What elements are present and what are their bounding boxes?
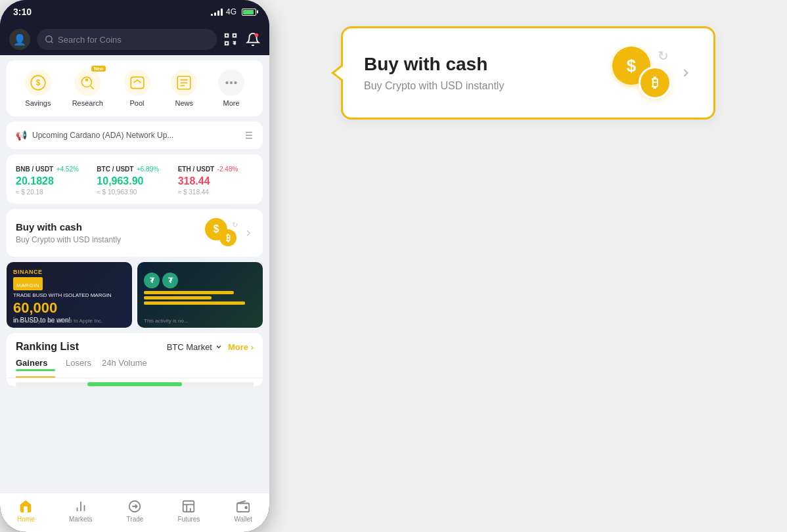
- top-bar: 👤 Search for Coins: [0, 24, 269, 55]
- nav-trade[interactable]: Trade: [127, 499, 144, 523]
- eth-value: 318.44: [178, 175, 254, 187]
- enlarged-chevron-icon: [679, 66, 692, 79]
- announcement-card[interactable]: 📢 Upcoming Cardano (ADA) Network Up...: [7, 122, 263, 149]
- tab-losers[interactable]: Losers: [66, 358, 91, 378]
- ranking-title: Ranking List: [16, 341, 79, 353]
- search-placeholder: Search for Coins: [58, 35, 122, 45]
- home-icon: [18, 499, 33, 514]
- banner-2[interactable]: ₮ ₮ This activity is no...: [137, 262, 263, 328]
- buy-cash-card[interactable]: Buy with cash Buy Crypto with USD instan…: [7, 209, 263, 257]
- tab-volume[interactable]: 24h Volume: [102, 358, 147, 378]
- research-icon: [79, 74, 96, 91]
- battery-icon: [240, 9, 256, 16]
- tether-coin: ₮: [144, 273, 160, 288]
- large-rotate-icon: ↻: [658, 48, 669, 64]
- announcement-content: 📢 Upcoming Cardano (ADA) Network Up...: [16, 130, 242, 141]
- ranking-tabs: Gainers Losers 24h Volume: [7, 358, 263, 378]
- enlarged-icons: $ ↻ ₿: [612, 47, 692, 99]
- buy-cash-info: Buy with cash Buy Crypto with USD instan…: [16, 221, 205, 244]
- price-item-btc[interactable]: BTC / USDT +6.89% 10,963.90 ≈ $ 10,963.9…: [97, 162, 172, 196]
- price-item-eth[interactable]: ETH / USDT -2.48% 318.44 ≈ $ 318.44: [178, 162, 254, 196]
- svg-line-1: [51, 41, 53, 43]
- bnb-value: 20.1828: [16, 175, 91, 187]
- bell-icon[interactable]: [246, 32, 260, 47]
- banner-disclaimer-2: This activity is no...: [144, 318, 256, 324]
- announcement-text: Upcoming Cardano (ADA) Network Up...: [32, 131, 173, 140]
- savings-icon: $: [30, 74, 47, 91]
- nav-trade-label: Trade: [127, 516, 144, 523]
- ranking-card: Ranking List BTC Market More › Gainers: [7, 333, 263, 386]
- nav-home[interactable]: Home: [17, 499, 35, 523]
- svg-text:$: $: [36, 78, 41, 87]
- svg-point-19: [225, 81, 228, 84]
- svg-rect-4: [225, 42, 229, 45]
- nav-markets[interactable]: Markets: [69, 499, 93, 523]
- nav-markets-label: Markets: [69, 516, 93, 523]
- price-item-bnb[interactable]: BNB / USDT +4.52% 20.1828 ≈ $ 20.18: [16, 162, 91, 196]
- svg-rect-3: [233, 34, 236, 37]
- margin-label: MARGIN: [16, 282, 39, 288]
- enlarged-subtitle: Buy Crypto with USD instantly: [364, 80, 612, 92]
- tab-gainers[interactable]: Gainers: [16, 358, 55, 378]
- eth-usd: ≈ $ 318.44: [178, 188, 254, 196]
- quick-menu-card: $ Savings: [7, 60, 263, 116]
- sidebar-item-more[interactable]: More: [218, 70, 244, 107]
- right-panel: Buy with cash Buy Crypto with USD instan…: [269, 0, 787, 146]
- svg-point-13: [85, 79, 88, 81]
- list-icon[interactable]: [242, 129, 254, 141]
- chevron-right-icon: [243, 228, 254, 238]
- svg-point-0: [46, 36, 52, 42]
- eth-change: -2.48%: [217, 166, 238, 173]
- news-label: News: [175, 99, 194, 107]
- buy-cash-icons: $ ↻ ₿: [205, 218, 254, 248]
- scan-icon[interactable]: [223, 32, 238, 47]
- buy-cash-title: Buy with cash: [16, 221, 205, 233]
- top-action-icons: [223, 32, 260, 47]
- tether-coin-2: ₮: [162, 273, 178, 288]
- nav-futures[interactable]: Futures: [177, 499, 200, 523]
- banners-row: BINANCE MARGIN TRADE BUSD WITH ISOLATED …: [7, 262, 263, 328]
- more-label: More: [223, 99, 240, 107]
- banner-text1: TRADE BUSD WITH ISOLATED MARGIN: [13, 292, 125, 298]
- trade-icon: [127, 499, 142, 514]
- more-dots-icon: [223, 74, 240, 91]
- enlarged-card-content: Buy with cash Buy Crypto with USD instan…: [364, 54, 612, 92]
- sidebar-item-pool[interactable]: Pool: [124, 70, 150, 107]
- banner-disclaimer-1: This activity is not related to Apple In…: [13, 318, 125, 324]
- btc-change: +6.89%: [137, 166, 159, 173]
- research-label: Research: [72, 99, 103, 107]
- signal-icon: [211, 8, 223, 16]
- sidebar-item-savings[interactable]: $ Savings: [25, 70, 51, 107]
- sidebar-item-news[interactable]: News: [171, 70, 197, 107]
- nav-wallet[interactable]: Wallet: [234, 499, 252, 523]
- btc-pair: BTC / USDT: [97, 166, 133, 173]
- sidebar-item-research[interactable]: New Research: [72, 70, 103, 107]
- market-selector[interactable]: BTC Market: [167, 342, 223, 352]
- btc-value: 10,963.90: [97, 175, 172, 187]
- dollar-coin: $: [205, 218, 227, 240]
- svg-rect-2: [225, 34, 229, 37]
- enlarged-title: Buy with cash: [364, 54, 612, 75]
- svg-rect-32: [183, 500, 194, 512]
- svg-point-21: [234, 81, 236, 84]
- network-type: 4G: [226, 7, 236, 16]
- nav-futures-label: Futures: [177, 516, 200, 523]
- pool-icon: [129, 74, 146, 91]
- price-ticker-card: BNB / USDT +4.52% 20.1828 ≈ $ 20.18 BTC …: [7, 154, 263, 204]
- announcement-icon: 📢: [16, 130, 27, 141]
- banner-1[interactable]: BINANCE MARGIN TRADE BUSD WITH ISOLATED …: [7, 262, 132, 328]
- status-bar: 3:10 4G: [0, 0, 269, 24]
- search-bar[interactable]: Search for Coins: [37, 29, 217, 50]
- eth-pair: ETH / USDT: [178, 166, 215, 173]
- more-link[interactable]: More ›: [228, 342, 254, 352]
- avatar[interactable]: 👤: [9, 29, 30, 50]
- svg-point-35: [245, 506, 247, 508]
- binance-brand: BINANCE: [13, 269, 43, 275]
- nav-home-label: Home: [17, 516, 35, 523]
- markets-icon: [74, 499, 88, 514]
- market-label: BTC Market: [167, 342, 212, 352]
- search-icon: [45, 35, 54, 44]
- savings-label: Savings: [25, 99, 51, 107]
- news-icon: [175, 74, 192, 91]
- enlarged-buy-cash-card[interactable]: Buy with cash Buy Crypto with USD instan…: [341, 26, 715, 120]
